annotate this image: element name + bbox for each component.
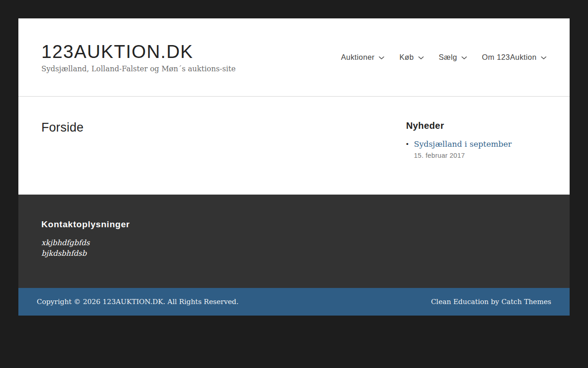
news-post-date: 15. februar 2017 [414, 152, 547, 159]
copyright-text: Copyright © 2026 123AUKTION.DK. All Righ… [37, 298, 238, 306]
footer-widget-line: bjkdsbhfdsb [41, 248, 547, 259]
theme-credit-prefix: Clean Education by [431, 298, 499, 306]
nav-item-auktioner[interactable]: Auktioner [341, 53, 384, 62]
nav-item-salg[interactable]: Sælg [439, 53, 467, 62]
list-item: Sydsjælland i september 15. februar 2017 [406, 139, 547, 159]
primary-content: Forside [41, 121, 406, 195]
nav-item-om-123auktion[interactable]: Om 123Auktion [482, 53, 547, 62]
site-title-link[interactable]: 123AUKTION.DK [41, 41, 236, 62]
chevron-down-icon [461, 56, 467, 60]
branding: 123AUKTION.DK Sydsjælland, Lolland-Falst… [41, 41, 236, 73]
news-post-list: Sydsjælland i september 15. februar 2017 [406, 139, 547, 159]
theme-credit: Clean Education by Catch Themes [431, 298, 551, 306]
footer-widget-heading: Kontaktoplysninger [41, 219, 547, 230]
footer-bar: Copyright © 2026 123AUKTION.DK. All Righ… [18, 288, 570, 316]
theme-credit-link[interactable]: Catch Themes [501, 298, 551, 306]
nav-item-label: Auktioner [341, 53, 374, 62]
site-header: 123AUKTION.DK Sydsjælland, Lolland-Falst… [18, 18, 570, 97]
nav-item-label: Køb [399, 53, 413, 62]
footer-widget-line: xkjbhdfgbfds [41, 237, 547, 248]
page-title: Forside [41, 121, 406, 135]
sidebar-heading: Nyheder [406, 121, 547, 131]
chevron-down-icon [418, 56, 424, 60]
news-post-link[interactable]: Sydsjælland i september [414, 139, 512, 149]
content-area: Forside Nyheder Sydsjælland i september … [18, 97, 570, 195]
main-nav: Auktioner Køb Sælg [341, 53, 547, 62]
page-card: 123AUKTION.DK Sydsjælland, Lolland-Falst… [18, 18, 570, 316]
footer-widgets: Kontaktoplysninger xkjbhdfgbfds bjkdsbhf… [18, 195, 570, 288]
chevron-down-icon [541, 56, 547, 60]
nav-item-label: Om 123Auktion [482, 53, 537, 62]
nav-item-label: Sælg [439, 53, 457, 62]
site-tagline: Sydsjælland, Lolland-Falster og Møn´s au… [41, 64, 236, 73]
nav-item-kob[interactable]: Køb [399, 53, 424, 62]
chevron-down-icon [379, 56, 384, 60]
main-nav-list: Auktioner Køb Sælg [341, 53, 547, 62]
sidebar: Nyheder Sydsjælland i september 15. febr… [406, 121, 547, 195]
